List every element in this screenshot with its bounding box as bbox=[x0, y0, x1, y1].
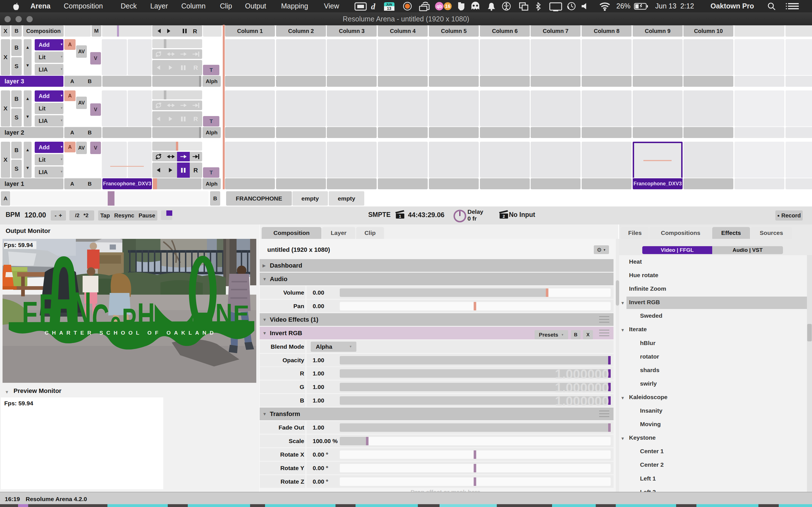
svg-text:R: R bbox=[193, 115, 198, 122]
svg-text:R: R bbox=[193, 64, 198, 71]
svg-text:R: R bbox=[193, 167, 198, 174]
svg-text:CHARTER SCHOOL OF OAKLAND: CHARTER SCHOOL OF OAKLAND bbox=[45, 330, 217, 336]
svg-text:2: 2 bbox=[503, 214, 505, 219]
svg-text:R: R bbox=[193, 28, 197, 34]
svg-text:1: 1 bbox=[399, 214, 401, 219]
